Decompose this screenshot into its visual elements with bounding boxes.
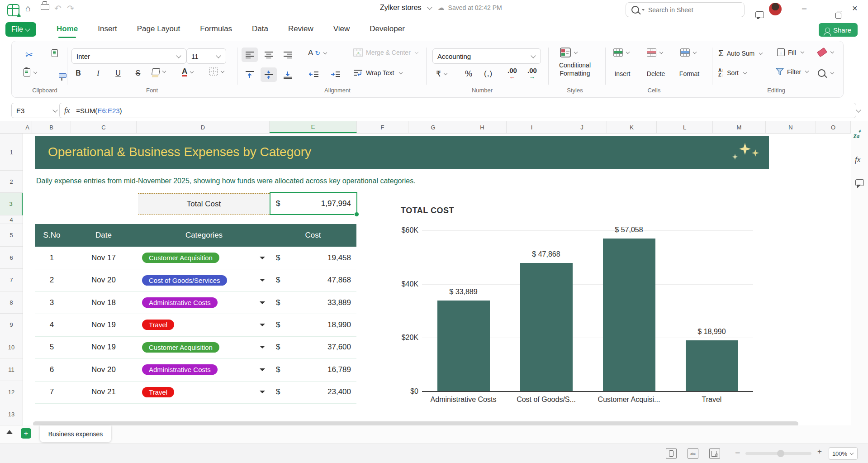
menu-tab-view[interactable]: View: [333, 19, 350, 39]
cell-category[interactable]: Administrative Costs: [138, 364, 270, 375]
category-pill[interactable]: Administrative Costs: [142, 364, 218, 375]
indent-decrease-button[interactable]: [305, 67, 323, 82]
column-header-C[interactable]: C: [71, 121, 137, 133]
cell-sno[interactable]: 4: [35, 320, 69, 329]
cell-cost[interactable]: $23,400: [270, 387, 356, 396]
print-icon[interactable]: [41, 1, 49, 12]
cell-cost[interactable]: $47,868: [270, 276, 356, 285]
share-button[interactable]: Share: [819, 23, 858, 37]
row-header-4[interactable]: 4: [0, 215, 23, 224]
row-header-8[interactable]: 8: [0, 291, 23, 314]
font-name-select[interactable]: Inter: [71, 48, 186, 64]
category-pill[interactable]: Administrative Costs: [142, 297, 218, 308]
cell-cost[interactable]: $19,458: [270, 253, 356, 263]
row-header-3[interactable]: 3: [0, 193, 23, 215]
redo-icon[interactable]: ↷: [67, 3, 74, 14]
search-box[interactable]: [626, 2, 745, 17]
menu-tab-data[interactable]: Data: [252, 19, 268, 39]
clear-eraser-button[interactable]: [818, 49, 835, 55]
cell-category[interactable]: Administrative Costs: [138, 297, 270, 308]
font-size-select[interactable]: 11: [186, 48, 226, 64]
window-minimize-button[interactable]: –: [800, 4, 809, 13]
category-pill[interactable]: Cost of Goods/Services: [142, 275, 227, 286]
category-pill[interactable]: Travel: [142, 387, 174, 397]
keyboard-shortcuts-icon[interactable]: abc: [688, 448, 698, 459]
cell-category[interactable]: Customer Acquisition: [138, 342, 270, 353]
window-restore-button[interactable]: [835, 13, 841, 19]
row-header-6[interactable]: 6: [0, 247, 23, 269]
horizontal-scrollbar[interactable]: [33, 421, 798, 425]
format-cells-button[interactable]: [680, 48, 697, 57]
formula-bar-expand-icon[interactable]: [856, 107, 861, 112]
conditional-formatting-button[interactable]: [560, 48, 578, 57]
cell-category[interactable]: Travel: [138, 320, 270, 330]
underline-button[interactable]: U: [112, 69, 124, 77]
column-header-H[interactable]: H: [458, 121, 507, 133]
comments-icon[interactable]: [855, 179, 864, 186]
bold-button[interactable]: B: [72, 69, 84, 77]
zoom-in-button[interactable]: +: [817, 447, 822, 456]
undo-icon[interactable]: ↶: [54, 3, 62, 14]
category-dropdown-icon[interactable]: [260, 391, 265, 393]
auto-sum-button[interactable]: Σ Auto Sum: [718, 48, 763, 58]
formula-input[interactable]: fx =SUM(E6:E23): [59, 103, 856, 118]
row-header-5[interactable]: 5: [0, 224, 23, 247]
row-header-10[interactable]: 10: [0, 336, 23, 358]
category-pill[interactable]: Travel: [142, 320, 174, 330]
cell-date[interactable]: Nov 20: [69, 365, 138, 374]
home-icon[interactable]: ⌂: [25, 3, 31, 14]
comma-format-button[interactable]: (,): [484, 69, 493, 78]
align-right-button[interactable]: [280, 48, 296, 62]
table-row[interactable]: 5Nov 19Customer Acquisition$37,600: [35, 336, 356, 359]
row-header-12[interactable]: 12: [0, 381, 23, 403]
category-dropdown-icon[interactable]: [260, 301, 265, 304]
copy-icon[interactable]: [52, 49, 58, 57]
cell-date[interactable]: Nov 19: [69, 343, 138, 352]
fill-color-button[interactable]: [152, 68, 166, 75]
menu-tab-home[interactable]: Home: [57, 19, 78, 39]
zia-assistant-icon[interactable]: za✦: [854, 131, 859, 140]
window-close-button[interactable]: ×: [852, 3, 858, 14]
column-header-A[interactable]: A: [23, 121, 32, 133]
cell-sno[interactable]: 5: [35, 343, 69, 352]
cut-icon[interactable]: ✂: [25, 49, 33, 60]
vertical-align-middle-button[interactable]: [261, 67, 277, 82]
category-dropdown-icon[interactable]: [260, 279, 265, 282]
category-pill[interactable]: Customer Acquisition: [142, 253, 219, 263]
column-header-F[interactable]: F: [357, 121, 408, 133]
category-pill[interactable]: Customer Acquisition: [142, 342, 219, 353]
sort-button[interactable]: A↑Z↓ Sort: [718, 68, 747, 77]
fill-handle[interactable]: [354, 212, 359, 217]
cell-date[interactable]: Nov 18: [69, 298, 138, 307]
indent-increase-button[interactable]: [327, 67, 345, 82]
column-header-I[interactable]: I: [507, 121, 557, 133]
feedback-chat-icon[interactable]: [755, 11, 764, 18]
row-header-13[interactable]: 13: [0, 403, 23, 425]
column-header-K[interactable]: K: [607, 121, 657, 133]
total-cost-label-cell[interactable]: Total Cost: [138, 193, 270, 215]
row-header-7[interactable]: 7: [0, 269, 23, 291]
vertical-align-bottom-button[interactable]: [280, 67, 296, 82]
search-input[interactable]: [647, 6, 726, 14]
cell-cost[interactable]: $37,600: [270, 343, 356, 352]
column-header-L[interactable]: L: [657, 121, 713, 133]
table-row[interactable]: 6Nov 20Administrative Costs$16,789: [35, 358, 356, 381]
align-left-button[interactable]: [242, 48, 258, 62]
zoom-level-select[interactable]: 100%: [829, 447, 858, 460]
file-menu-button[interactable]: File: [5, 22, 36, 37]
column-header-O[interactable]: O: [816, 121, 851, 133]
table-row[interactable]: 4Nov 19Travel$18,990: [35, 314, 356, 336]
delete-cells-button[interactable]: [647, 48, 664, 57]
column-header-J[interactable]: J: [557, 121, 607, 133]
number-format-select[interactable]: Accounting: [432, 48, 541, 64]
column-header-E[interactable]: E: [270, 121, 357, 133]
menu-tab-review[interactable]: Review: [288, 19, 313, 39]
cell-cost[interactable]: $16,789: [270, 365, 356, 374]
cell-sno[interactable]: 3: [35, 298, 69, 307]
cell-category[interactable]: Travel: [138, 387, 270, 397]
cell-cost[interactable]: $33,889: [270, 298, 356, 307]
category-dropdown-icon[interactable]: [260, 257, 265, 259]
font-color-button[interactable]: A: [182, 67, 194, 76]
wrap-text-button[interactable]: Wrap Text: [353, 69, 403, 76]
cell-date[interactable]: Nov 17: [69, 253, 138, 263]
